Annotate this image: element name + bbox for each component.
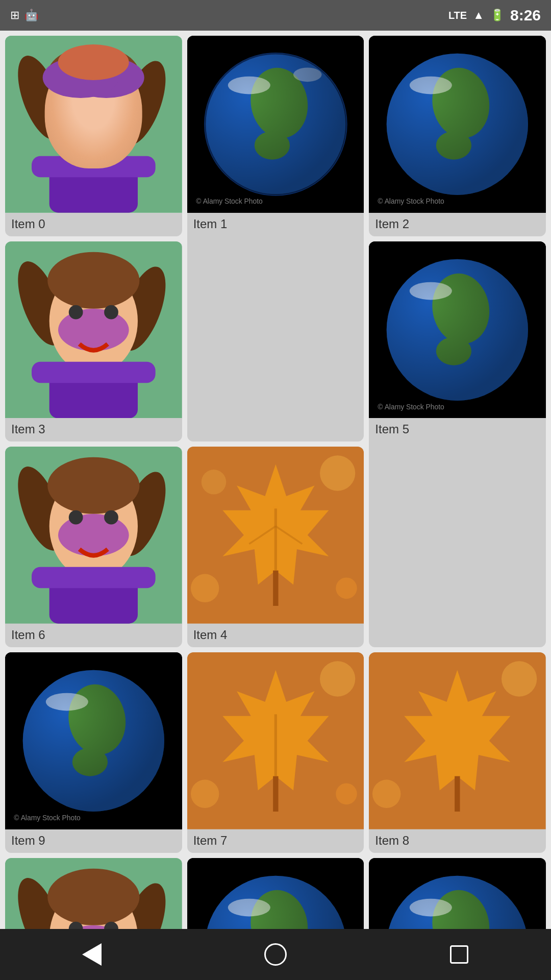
svg-point-6 [69,100,83,114]
svg-point-69 [372,780,400,808]
list-item[interactable]: © Alamy Stock Photo Item 5 [369,241,546,647]
svg-rect-35 [32,361,156,383]
item-label: Item 3 [5,418,182,442]
svg-point-38 [320,456,355,491]
battery-icon: 🔋 [490,9,504,22]
photo-grid: Item 0 [5,36,546,929]
item-label: Item 4 [187,624,364,647]
list-item[interactable]: Item 8 [369,652,546,853]
item-9-image: © Alamy Stock Photo [5,652,182,829]
svg-point-33 [104,305,118,319]
svg-rect-61 [32,567,156,589]
home-button[interactable] [260,939,291,970]
clock: 8:26 [510,7,541,24]
item-label: Item 5 [369,418,546,442]
list-item[interactable]: © Alamy Stock Photo Item 2 [369,36,546,236]
status-bar-left: ⊞ 🤖 [10,9,38,22]
recent-button[interactable] [444,939,474,970]
recent-icon [450,945,468,964]
svg-point-70 [502,661,537,696]
back-icon [82,943,102,966]
item-8-image [369,652,546,829]
svg-point-97 [47,868,139,925]
svg-point-77 [23,670,164,812]
home-icon [264,943,287,966]
svg-point-4 [47,46,139,103]
list-item[interactable]: © Alamy Stock Photo Item 11 [369,858,546,929]
list-item[interactable]: © Alamy Stock Photo Item 10 [187,858,364,929]
svg-point-63 [191,780,219,808]
item-12-image [5,858,182,929]
svg-point-40 [201,470,226,495]
svg-point-50 [387,259,528,400]
list-item[interactable]: Item 12 [5,858,182,929]
item-10-image: © Alamy Stock Photo [187,858,364,929]
list-item[interactable]: © Alamy Stock Photo Item 9 [5,652,182,853]
item-label: Item 7 [187,829,364,853]
svg-point-58 [69,510,83,525]
svg-text:© Alamy Stock Photo: © Alamy Stock Photo [14,814,81,822]
list-item[interactable]: Item 0 [5,36,182,236]
svg-text:© Alamy Stock Photo: © Alamy Stock Photo [378,197,445,205]
status-bar-right: LTE ▲ 🔋 8:26 [448,7,541,24]
signal-icon: ▲ [473,9,484,22]
svg-point-31 [58,308,129,351]
photo-grid-container[interactable]: Item 0 [0,31,551,929]
list-item[interactable]: Item 7 [187,652,364,853]
svg-text:© Alamy Stock Photo: © Alamy Stock Photo [196,197,263,205]
lte-indicator: LTE [448,10,467,21]
item-label: Item 2 [369,213,546,236]
list-item[interactable]: Item 3 [5,241,182,442]
item-7-image [187,652,364,829]
item-label: Item 0 [5,213,182,236]
status-bar: ⊞ 🤖 LTE ▲ 🔋 8:26 [0,0,551,31]
item-label: Item 6 [5,624,182,647]
navigation-bar [0,929,551,980]
android-icon: 🤖 [24,9,38,22]
list-item[interactable]: Item 4 [187,447,364,647]
item-0-image [5,36,182,213]
svg-point-24 [387,54,528,195]
item-3-image [5,241,182,419]
list-item[interactable]: © Alamy Stock Photo Item 1 [187,36,364,442]
svg-point-17 [205,54,346,195]
svg-point-59 [104,510,118,525]
item-6-image [5,447,182,624]
item-5-image: © Alamy Stock Photo [369,241,546,419]
svg-point-56 [47,457,139,514]
svg-point-57 [58,514,129,556]
svg-point-64 [320,661,355,696]
svg-point-5 [58,103,129,145]
item-label: Item 1 [187,213,364,236]
list-item[interactable]: Item 6 [5,447,182,647]
item-4-image [187,447,364,624]
item-label: Item 9 [5,829,182,853]
svg-point-32 [69,305,83,319]
svg-point-3 [49,62,138,168]
item-1-image: © Alamy Stock Photo [187,36,364,213]
item-11-image: © Alamy Stock Photo [369,858,546,929]
svg-point-30 [47,252,139,308]
item-label: Item 8 [369,829,546,853]
back-button[interactable] [77,939,107,970]
svg-text:© Alamy Stock Photo: © Alamy Stock Photo [378,403,445,411]
grid-icon: ⊞ [10,9,19,22]
svg-point-39 [336,578,357,599]
svg-rect-9 [32,156,156,178]
svg-point-65 [336,783,357,805]
item-2-image: © Alamy Stock Photo [369,36,546,213]
svg-point-37 [191,574,219,602]
svg-point-7 [104,100,118,114]
